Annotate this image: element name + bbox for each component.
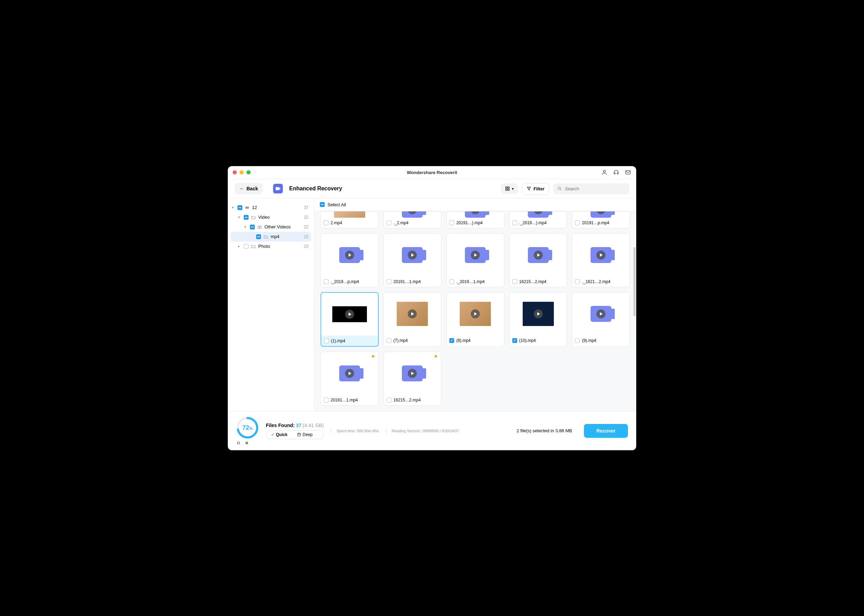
chevron-down-icon: ▾: [512, 187, 514, 191]
file-checkbox[interactable]: [575, 279, 580, 284]
maximize-window-button[interactable]: [247, 170, 250, 174]
file-checkbox[interactable]: [449, 279, 454, 284]
recover-button[interactable]: Recover: [584, 424, 628, 438]
tree-label: 12: [252, 205, 257, 210]
file-name: (7).mp4: [393, 338, 439, 343]
file-card[interactable]: 16215…2.mp4: [509, 233, 567, 287]
file-card[interactable]: ._2019…1.mp4: [446, 233, 504, 287]
file-checkbox[interactable]: [387, 398, 392, 402]
file-card[interactable]: 20191…).mp4: [446, 211, 504, 228]
expand-icon[interactable]: ▾: [244, 225, 248, 229]
file-thumbnail[interactable]: [572, 211, 630, 218]
tree-checkbox[interactable]: [250, 225, 255, 229]
tree-item-video[interactable]: ▾Video22: [231, 212, 311, 222]
file-card[interactable]: ._2.mp4: [384, 211, 442, 228]
file-card[interactable]: (9).mp4: [572, 292, 630, 347]
file-thumbnail[interactable]: [321, 234, 378, 277]
tree-item-mp4[interactable]: mp422: [231, 232, 311, 242]
file-name: ._2019…1.mp4: [456, 279, 501, 284]
file-thumbnail[interactable]: [384, 234, 441, 277]
tree-checkbox[interactable]: [256, 234, 261, 239]
select-all-checkbox[interactable]: [320, 202, 325, 207]
file-card[interactable]: ._2019…).mp4: [509, 211, 567, 228]
file-checkbox[interactable]: [512, 279, 517, 284]
file-name: 20191…p.mp4: [582, 220, 627, 225]
search-box[interactable]: [553, 184, 629, 194]
files-found-label: Files Found:: [266, 423, 294, 428]
file-thumbnail[interactable]: [321, 352, 378, 395]
file-thumbnail[interactable]: [384, 211, 441, 218]
file-card[interactable]: 16215…2.mp4: [384, 352, 442, 405]
mail-icon[interactable]: [625, 169, 631, 176]
view-mode-button[interactable]: ▾: [501, 184, 518, 194]
file-thumbnail[interactable]: [384, 352, 441, 395]
tree-label: Video: [258, 215, 270, 220]
file-name: 16215…2.mp4: [393, 398, 439, 402]
filter-icon: [527, 186, 531, 191]
expand-icon[interactable]: ▸: [238, 244, 242, 248]
filter-button[interactable]: Filter: [522, 183, 549, 195]
tree-checkbox[interactable]: [244, 215, 249, 220]
scan-mode-toggle[interactable]: ✓Quick Deep: [266, 430, 324, 439]
svg-point-0: [603, 170, 606, 172]
file-checkbox[interactable]: [324, 220, 329, 225]
file-thumbnail[interactable]: [384, 292, 441, 335]
deep-mode[interactable]: Deep: [292, 431, 318, 439]
file-checkbox[interactable]: [449, 220, 454, 225]
quick-mode[interactable]: ✓Quick: [266, 431, 292, 439]
tree-label: mp4: [271, 234, 279, 239]
file-card[interactable]: 20191…p.mp4: [572, 211, 630, 228]
tree-item-other-videos[interactable]: ▾Other Videos22: [231, 222, 311, 232]
file-thumbnail[interactable]: [510, 211, 567, 218]
file-thumbnail[interactable]: [447, 234, 504, 277]
stop-button[interactable]: [244, 440, 249, 445]
file-thumbnail[interactable]: [321, 211, 378, 218]
file-checkbox[interactable]: [324, 279, 329, 284]
search-input[interactable]: [565, 186, 625, 192]
file-card[interactable]: 2.mp4: [321, 211, 379, 228]
minimize-window-button[interactable]: [239, 170, 244, 174]
file-checkbox[interactable]: [512, 220, 517, 225]
file-card[interactable]: ↘(1).mp4: [321, 292, 379, 347]
user-icon[interactable]: [601, 169, 608, 176]
file-name: ._1621…2.mp4: [582, 279, 627, 284]
file-checkbox[interactable]: [387, 338, 392, 343]
expand-icon[interactable]: ▾: [232, 206, 235, 209]
file-card[interactable]: (7).mp4: [384, 292, 442, 347]
expand-icon[interactable]: ▾: [238, 215, 242, 219]
tree-item-photo[interactable]: ▸Photo15: [231, 242, 311, 251]
file-checkbox[interactable]: [324, 338, 329, 343]
grid-icon: [505, 186, 510, 191]
svg-rect-6: [508, 189, 509, 190]
close-window-button[interactable]: [233, 170, 237, 174]
file-thumbnail[interactable]: [510, 234, 567, 277]
file-thumbnail[interactable]: [447, 292, 504, 335]
pause-button[interactable]: [236, 440, 241, 445]
file-checkbox[interactable]: [387, 279, 392, 284]
file-card[interactable]: (10).mp4: [509, 292, 567, 347]
file-card[interactable]: 20191…1.mp4: [321, 352, 379, 405]
file-card[interactable]: (8).mp4: [446, 292, 504, 347]
file-thumbnail[interactable]: [510, 292, 567, 335]
file-checkbox[interactable]: [449, 338, 454, 343]
file-card[interactable]: ._1621…2.mp4: [572, 233, 630, 287]
file-thumbnail[interactable]: [447, 211, 504, 218]
back-button[interactable]: ← Back: [235, 183, 263, 194]
file-card[interactable]: 20191…1.mp4: [384, 233, 442, 287]
file-thumbnail[interactable]: [321, 293, 378, 336]
file-thumbnail[interactable]: [572, 234, 630, 277]
tree-item-12[interactable]: ▾1237: [231, 203, 311, 212]
select-all-row[interactable]: Select All: [314, 199, 636, 211]
file-checkbox[interactable]: [575, 220, 580, 225]
tree-checkbox[interactable]: [244, 244, 249, 249]
scrollbar[interactable]: [633, 247, 636, 316]
recovery-icon: [273, 184, 283, 193]
tree-checkbox[interactable]: [238, 205, 242, 210]
file-checkbox[interactable]: [387, 220, 392, 225]
support-icon[interactable]: [613, 169, 620, 176]
file-card[interactable]: ._2019…p.mp4: [321, 233, 379, 287]
file-checkbox[interactable]: [512, 338, 517, 343]
file-thumbnail[interactable]: [572, 292, 630, 335]
file-checkbox[interactable]: [575, 338, 580, 343]
file-checkbox[interactable]: [324, 398, 329, 402]
